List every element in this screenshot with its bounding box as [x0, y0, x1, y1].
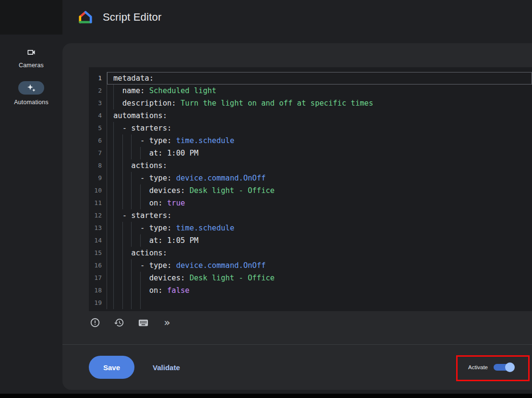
error-outline-icon — [90, 317, 100, 328]
indent-guides — [113, 134, 140, 147]
keyboard-icon — [138, 317, 149, 328]
code-line[interactable]: 19 — [89, 297, 532, 309]
code-line-content: metadata: — [107, 72, 532, 84]
code-line-content: at: 1:05 PM — [107, 234, 532, 247]
indent-guides — [113, 297, 149, 309]
code-line-content: devices: Desk light - Office — [107, 272, 532, 284]
code-line[interactable]: 16- type: device.command.OnOff — [89, 259, 532, 272]
code-line-content: on: true — [107, 197, 532, 209]
videocam-icon — [26, 47, 36, 58]
code-line[interactable]: 2name: Scheduled light — [89, 84, 532, 97]
line-number: 15 — [89, 247, 107, 259]
code-line[interactable]: 17devices: Desk light - Office — [89, 272, 532, 284]
code-line-content: - starters: — [107, 122, 532, 134]
code-line[interactable]: 7at: 1:00 PM — [89, 147, 532, 159]
indent-guides — [113, 172, 140, 184]
indent-guides — [113, 147, 149, 159]
code-line[interactable]: 6- type: time.schedule — [89, 134, 532, 147]
activate-group: Activate — [468, 362, 515, 373]
sidebar: Cameras Automations — [0, 35, 62, 392]
line-number: 12 — [89, 209, 107, 222]
line-number: 11 — [89, 197, 107, 209]
toggle-knob — [505, 362, 515, 372]
code-line[interactable]: 14at: 1:05 PM — [89, 234, 532, 247]
app-header: Script Editor — [62, 0, 532, 35]
page-title: Script Editor — [103, 11, 161, 24]
indent-guides — [113, 222, 140, 234]
code-line[interactable]: 1metadata: — [89, 72, 532, 84]
problems-button[interactable] — [86, 314, 104, 331]
code-line-content: - starters: — [107, 209, 532, 222]
keyboard-button[interactable] — [134, 314, 152, 331]
indent-guides — [113, 197, 149, 209]
indent-guides — [113, 272, 149, 284]
sidebar-item-label: Cameras — [19, 62, 44, 69]
code-line-content: - type: time.schedule — [107, 222, 532, 234]
code-lines: 1metadata:2name: Scheduled light3descrip… — [89, 72, 532, 309]
indent-guides — [113, 159, 131, 172]
indent-guides — [113, 284, 149, 297]
code-editor[interactable]: 1metadata:2name: Scheduled light3descrip… — [89, 67, 532, 311]
line-number: 2 — [89, 84, 107, 97]
line-number: 7 — [89, 147, 107, 159]
indent-guides — [113, 97, 122, 109]
code-line[interactable]: 3description: Turn the light on and off … — [89, 97, 532, 109]
editor-panel: 1metadata:2name: Scheduled light3descrip… — [62, 43, 532, 390]
line-number: 16 — [89, 259, 107, 272]
code-line[interactable]: 11on: true — [89, 197, 532, 209]
indent-guides — [113, 259, 140, 272]
activate-label: Activate — [468, 364, 488, 370]
activate-toggle[interactable] — [493, 362, 515, 373]
line-number: 6 — [89, 134, 107, 147]
sidebar-item-automations[interactable]: Automations — [0, 81, 62, 106]
code-line-content: actions: — [107, 247, 532, 259]
footer-bar: Save Validate Activate — [62, 345, 532, 390]
automations-active-pill — [18, 81, 44, 95]
sparkle-icon — [26, 83, 36, 93]
sidebar-item-cameras[interactable]: Cameras — [0, 47, 62, 69]
line-number: 1 — [89, 72, 107, 84]
validate-button[interactable]: Validate — [153, 363, 180, 372]
code-line-content: devices: Desk light - Office — [107, 184, 532, 197]
code-line[interactable]: 8actions: — [89, 159, 532, 172]
line-number: 17 — [89, 272, 107, 284]
line-number: 5 — [89, 122, 107, 134]
code-line-content: at: 1:00 PM — [107, 147, 532, 159]
line-number: 4 — [89, 109, 107, 122]
line-number: 13 — [89, 222, 107, 234]
history-button[interactable] — [110, 314, 128, 331]
more-tools-button[interactable]: » — [158, 314, 176, 331]
google-home-logo-icon — [78, 10, 93, 24]
code-line-content: name: Scheduled light — [107, 84, 532, 97]
code-line[interactable]: 13- type: time.schedule — [89, 222, 532, 234]
code-line[interactable]: 18on: false — [89, 284, 532, 297]
code-line-content: automations: — [107, 109, 532, 122]
indent-guides — [113, 122, 122, 134]
top-left-corner — [0, 0, 62, 35]
screen: Script Editor Cameras Automations 1metad… — [0, 0, 532, 398]
code-line[interactable]: 5- starters: — [89, 122, 532, 134]
code-line-content: - type: time.schedule — [107, 134, 532, 147]
save-button[interactable]: Save — [89, 356, 134, 379]
line-number: 10 — [89, 184, 107, 197]
line-number: 18 — [89, 284, 107, 297]
line-number: 19 — [89, 297, 107, 309]
sidebar-item-label: Automations — [14, 99, 48, 106]
code-line[interactable]: 15actions: — [89, 247, 532, 259]
bottom-strip — [0, 394, 532, 398]
indent-guides — [113, 209, 122, 222]
line-number: 8 — [89, 159, 107, 172]
code-line[interactable]: 10devices: Desk light - Office — [89, 184, 532, 197]
history-icon — [114, 317, 124, 328]
code-line[interactable]: 4automations: — [89, 109, 532, 122]
code-line[interactable]: 9- type: device.command.OnOff — [89, 172, 532, 184]
indent-guides — [113, 184, 149, 197]
code-line-content: - type: device.command.OnOff — [107, 172, 532, 184]
indent-guides — [113, 247, 131, 259]
double-chevron-icon: » — [164, 317, 170, 328]
code-line-content: actions: — [107, 159, 532, 172]
code-line[interactable]: 12- starters: — [89, 209, 532, 222]
indent-guides — [113, 84, 122, 97]
line-number: 14 — [89, 234, 107, 247]
code-line-content: - type: device.command.OnOff — [107, 259, 532, 272]
